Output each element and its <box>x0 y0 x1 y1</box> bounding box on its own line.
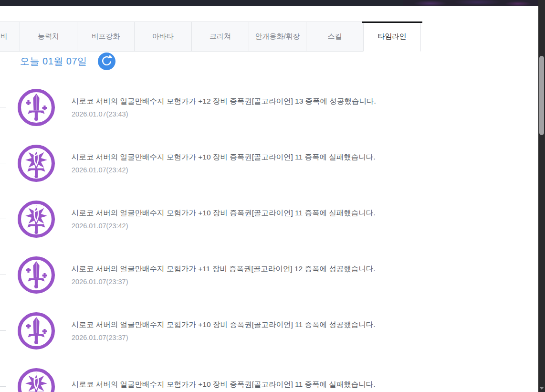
entry-text: 시로코 서버의 얼굴만배수지 모험가가 +10 장비 증폭권[골고라이언] 11… <box>72 208 376 229</box>
tab-안개융화/휘장[interactable]: 안개융화/휘장 <box>249 21 306 52</box>
timeline-tick <box>0 330 6 331</box>
amplify-fail-icon <box>17 200 55 238</box>
entry-timestamp: 2026.01.07(23:42) <box>72 222 376 230</box>
tab-label: 스킬 <box>328 32 342 41</box>
refresh-button[interactable] <box>98 53 115 70</box>
amplify-fail-icon <box>17 368 55 392</box>
entry-text: 시로코 서버의 얼굴만배수지 모험가가 +10 장비 증폭권[골고라이언] 11… <box>72 380 376 392</box>
amplify-fail-icon <box>17 144 55 182</box>
tab-버프강화[interactable]: 버프강화 <box>77 21 135 52</box>
timeline-tick <box>0 163 6 163</box>
tab-label: 크리쳐 <box>210 32 231 41</box>
amplify-success-icon <box>17 312 55 350</box>
entry-text: 시로코 서버의 얼굴만배수지 모험가가 +11 장비 증폭권[골고라이언] 12… <box>72 264 376 285</box>
entry-message: 시로코 서버의 얼굴만배수지 모험가가 +10 장비 증폭권[골고라이언] 11… <box>72 380 376 389</box>
entry-message: 시로코 서버의 얼굴만배수지 모험가가 +10 장비 증폭권[골고라이언] 11… <box>72 320 376 329</box>
browser-top-strip <box>0 0 538 6</box>
date-row: 오늘 01월 07일 <box>20 52 425 71</box>
page: 비 능력치 버프강화 아바타 크리쳐 안개융화/휘장 스킬 타임라인 오늘 01… <box>0 0 545 392</box>
tab-label: 비 <box>0 32 8 41</box>
tab-타임라인[interactable]: 타임라인 <box>363 21 421 52</box>
timeline-entry: 시로코 서버의 얼굴만배수지 모험가가 +10 장비 증폭권[골고라이언] 11… <box>0 359 425 392</box>
amplify-success-icon <box>17 256 55 294</box>
tab-스킬[interactable]: 스킬 <box>306 21 364 52</box>
timeline-tick <box>0 275 6 275</box>
timeline-entry: 시로코 서버의 얼굴만배수지 모험가가 +10 장비 증폭권[골고라이언] 11… <box>0 303 425 359</box>
timeline-entry: 시로코 서버의 얼굴만배수지 모험가가 +11 장비 증폭권[골고라이언] 12… <box>0 247 425 303</box>
entry-timestamp: 2026.01.07(23:42) <box>72 166 376 174</box>
entry-text: 시로코 서버의 얼굴만배수지 모험가가 +12 장비 증폭권[골고라이언] 13… <box>72 96 376 117</box>
tab-label: 아바타 <box>152 32 174 41</box>
entry-text: 시로코 서버의 얼굴만배수지 모험가가 +10 장비 증폭권[골고라이언] 11… <box>72 320 376 341</box>
amplify-success-icon <box>17 88 55 127</box>
tab-크리쳐[interactable]: 크리쳐 <box>191 21 249 52</box>
timeline-entry: 시로코 서버의 얼굴만배수지 모험가가 +10 장비 증폭권[골고라이언] 11… <box>0 191 425 247</box>
scrollbar-thumb[interactable] <box>539 56 544 135</box>
scrollbar[interactable] <box>538 0 545 392</box>
tab-label: 버프강화 <box>92 32 120 41</box>
entry-text: 시로코 서버의 얼굴만배수지 모험가가 +10 장비 증폭권[골고라이언] 11… <box>72 152 376 173</box>
tab-아바타[interactable]: 아바타 <box>134 21 192 52</box>
entry-message: 시로코 서버의 얼굴만배수지 모험가가 +10 장비 증폭권[골고라이언] 11… <box>72 152 376 161</box>
refresh-icon <box>98 53 115 70</box>
entry-message: 시로코 서버의 얼굴만배수지 모험가가 +11 장비 증폭권[골고라이언] 12… <box>72 264 376 273</box>
entry-message: 시로코 서버의 얼굴만배수지 모험가가 +12 장비 증폭권[골고라이언] 13… <box>72 96 376 106</box>
timeline-tick <box>0 386 6 387</box>
timeline-tick <box>0 219 6 219</box>
entry-timestamp: 2026.01.07(23:37) <box>72 278 376 286</box>
tab-partial[interactable]: 비 <box>0 21 20 52</box>
timeline-entry: 시로코 서버의 얼굴만배수지 모험가가 +10 장비 증폭권[골고라이언] 11… <box>0 135 425 191</box>
timeline-list: 시로코 서버의 얼굴만배수지 모험가가 +12 장비 증폭권[골고라이언] 13… <box>0 79 425 392</box>
scrollbar-down-arrow[interactable] <box>539 387 544 390</box>
background-art <box>403 0 538 6</box>
entry-message: 시로코 서버의 얼굴만배수지 모험가가 +10 장비 증폭권[골고라이언] 11… <box>72 208 376 217</box>
timeline-date-label: 오늘 01월 07일 <box>20 55 87 68</box>
timeline-tick <box>0 107 6 107</box>
tab-능력치[interactable]: 능력치 <box>20 21 77 52</box>
timeline-entry: 시로코 서버의 얼굴만배수지 모험가가 +12 장비 증폭권[골고라이언] 13… <box>0 79 425 135</box>
tab-label: 능력치 <box>38 32 59 41</box>
timeline-panel: 오늘 01월 07일 시로코 서버의 얼굴만배수지 모험가가 +12 장비 증폭… <box>0 52 425 392</box>
entry-timestamp: 2026.01.07(23:37) <box>72 334 376 341</box>
entry-timestamp: 2026.01.07(23:43) <box>72 110 376 118</box>
tab-bar: 비 능력치 버프강화 아바타 크리쳐 안개융화/휘장 스킬 타임라인 <box>0 21 421 52</box>
tab-label: 타임라인 <box>378 32 407 41</box>
tab-label: 안개융화/휘장 <box>255 32 300 41</box>
